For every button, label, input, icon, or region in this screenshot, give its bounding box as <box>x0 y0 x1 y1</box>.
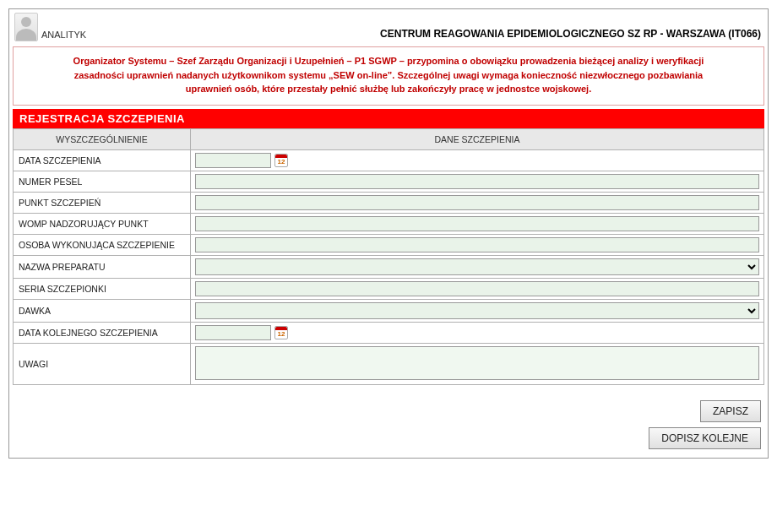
label-data-szczepienia: DATA SZCZEPIENIA <box>14 149 191 171</box>
input-osoba[interactable] <box>195 237 759 252</box>
label-numer-pesel: NUMER PESEL <box>14 171 191 192</box>
avatar-icon <box>14 13 38 41</box>
input-data-kolejnego[interactable] <box>195 325 271 340</box>
notice-line-2: zasadności uprawnień nadanych użytkownik… <box>74 70 704 80</box>
input-seria[interactable] <box>195 281 759 296</box>
input-numer-pesel[interactable] <box>195 174 759 189</box>
calendar-icon[interactable] <box>274 326 288 339</box>
label-womp: WOMP NADZORUJĄCY PUNKT <box>14 213 191 234</box>
org-title: CENTRUM REAGOWANIA EPIDEMIOLOGICZNEGO SZ… <box>380 28 761 41</box>
save-button[interactable]: ZAPISZ <box>700 400 761 422</box>
form-table: WYSZCZEGÓLNIENIE DANE SZCZEPIENIA DATA S… <box>13 128 764 385</box>
label-punkt-szczepien: PUNKT SZCZEPIEŃ <box>14 192 191 213</box>
input-womp[interactable] <box>195 216 759 231</box>
role-label: ANALITYK <box>41 30 86 41</box>
header: ANALITYK CENTRUM REAGOWANIA EPIDEMIOLOGI… <box>9 9 768 46</box>
user-block: ANALITYK <box>14 13 86 41</box>
col-header-field: DANE SZCZEPIENIA <box>191 128 764 149</box>
label-preparat: NAZWA PREPARATU <box>14 255 191 278</box>
calendar-icon[interactable] <box>274 154 288 167</box>
main-panel: ANALITYK CENTRUM REAGOWANIA EPIDEMIOLOGI… <box>8 8 769 459</box>
add-next-button[interactable]: DOPISZ KOLEJNE <box>649 427 761 449</box>
section-title: REJESTRACJA SZCZEPIENIA <box>13 109 764 128</box>
select-preparat[interactable] <box>195 258 759 275</box>
label-dawka: DAWKA <box>14 299 191 322</box>
col-header-label: WYSZCZEGÓLNIENIE <box>14 128 191 149</box>
button-row: ZAPISZ DOPISZ KOLEJNE <box>9 392 768 458</box>
notice-line-3: uprawnień osób, które przestały pełnić s… <box>186 84 591 94</box>
label-osoba: OSOBA WYKONUJĄCA SZCZEPIENIE <box>14 234 191 255</box>
input-punkt-szczepien[interactable] <box>195 195 759 210</box>
system-notice: Organizator Systemu – Szef Zarządu Organ… <box>13 46 764 106</box>
label-uwagi: UWAGI <box>14 343 191 384</box>
notice-line-1: Organizator Systemu – Szef Zarządu Organ… <box>73 56 704 66</box>
label-data-kolejnego: DATA KOLEJNEGO SZCZEPIENIA <box>14 322 191 343</box>
input-data-szczepienia[interactable] <box>195 153 271 168</box>
select-dawka[interactable] <box>195 302 759 319</box>
textarea-uwagi[interactable] <box>195 346 759 380</box>
label-seria: SERIA SZCZEPIONKI <box>14 278 191 299</box>
